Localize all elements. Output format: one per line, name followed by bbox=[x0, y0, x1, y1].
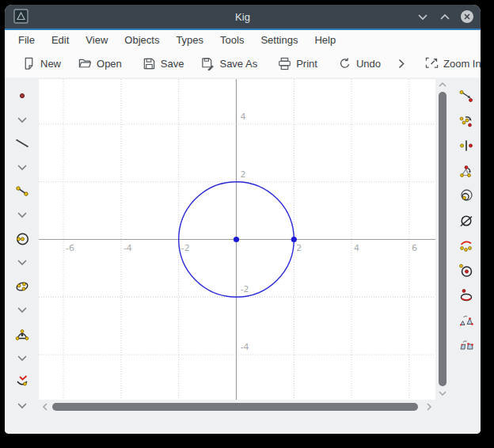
vertical-scrollbar[interactable] bbox=[436, 79, 449, 400]
inversion-icon bbox=[458, 214, 474, 228]
inversion-circle-tool[interactable] bbox=[458, 264, 474, 278]
left-tool-palette bbox=[5, 78, 39, 412]
rotate-icon bbox=[458, 114, 474, 128]
x-axis-tick-label: -2 bbox=[181, 243, 190, 253]
rotation-icon bbox=[458, 164, 474, 178]
vertical-scrollbar-thumb[interactable] bbox=[439, 92, 446, 386]
menu-view[interactable]: View bbox=[86, 34, 108, 46]
minimize-button[interactable] bbox=[416, 9, 430, 24]
point-tool[interactable] bbox=[14, 89, 30, 103]
scroll-down-button[interactable] bbox=[438, 389, 447, 398]
print-button[interactable]: Print bbox=[278, 57, 317, 70]
chevron-right-icon bbox=[398, 59, 405, 69]
kig-app-icon[interactable] bbox=[13, 9, 28, 24]
y-axis-tick-label: -2 bbox=[241, 284, 249, 294]
geometry-drawing[interactable]: -6-4-224642-2-4 bbox=[39, 79, 435, 400]
circle-by-point-icon bbox=[14, 232, 30, 246]
chevron-down-icon bbox=[17, 164, 28, 171]
window-controls bbox=[416, 5, 474, 28]
maximize-button[interactable] bbox=[438, 9, 452, 24]
open-button[interactable]: Open bbox=[78, 57, 122, 70]
print-icon bbox=[278, 57, 291, 70]
similarity-tool[interactable] bbox=[458, 313, 474, 328]
translate-tool[interactable] bbox=[458, 89, 474, 103]
new-button-label: New bbox=[40, 58, 61, 70]
point-reflection-tool[interactable] bbox=[458, 139, 474, 153]
chevron-down-icon bbox=[17, 259, 28, 266]
horizontal-scrollbar-thumb[interactable] bbox=[52, 403, 418, 411]
y-axis-tick-label: 2 bbox=[241, 169, 246, 180]
right-tool-palette bbox=[451, 78, 481, 412]
zoom-in-button-label: Zoom In bbox=[443, 58, 481, 70]
titlebar[interactable]: Kig bbox=[5, 5, 481, 28]
circular-inversion-icon bbox=[458, 288, 474, 302]
menu-types[interactable]: Types bbox=[176, 34, 203, 46]
circles-dropdown[interactable] bbox=[14, 256, 30, 269]
save-button[interactable]: Save bbox=[142, 57, 184, 70]
open-button-label: Open bbox=[97, 58, 122, 70]
menubar: File Edit View Objects Types Tools Setti… bbox=[5, 30, 481, 49]
geometry-point[interactable] bbox=[291, 237, 297, 242]
menu-settings[interactable]: Settings bbox=[260, 34, 298, 46]
point-reflection-icon bbox=[458, 139, 474, 153]
angle-icon bbox=[14, 327, 30, 341]
x-axis-tick-label: 6 bbox=[412, 243, 417, 253]
zoom-in-icon bbox=[425, 57, 439, 70]
scale-tool[interactable] bbox=[458, 188, 474, 203]
tests-dropdown[interactable] bbox=[14, 399, 30, 412]
save-as-button-label: Save As bbox=[219, 58, 257, 70]
menu-tools[interactable]: Tools bbox=[220, 34, 244, 46]
circle-tool[interactable] bbox=[14, 232, 30, 246]
similitude-tool[interactable] bbox=[458, 238, 474, 252]
test-tool[interactable] bbox=[14, 374, 30, 389]
segment-tool[interactable] bbox=[14, 184, 30, 198]
save-icon bbox=[142, 57, 156, 70]
menu-help[interactable]: Help bbox=[314, 34, 336, 46]
chevron-down-icon bbox=[438, 389, 447, 398]
geometry-point[interactable] bbox=[234, 237, 239, 242]
inversion-tool[interactable] bbox=[458, 214, 474, 228]
save-as-button[interactable]: Save As bbox=[201, 57, 257, 70]
x-axis-tick-label: -6 bbox=[66, 243, 74, 253]
horizontal-scrollbar[interactable] bbox=[39, 401, 437, 412]
undo-button[interactable]: Undo bbox=[338, 57, 381, 70]
lines-dropdown[interactable] bbox=[14, 161, 30, 174]
similitude-icon bbox=[458, 238, 474, 252]
x-axis-tick-label: 4 bbox=[354, 243, 359, 253]
x-axis-tick-label: -4 bbox=[124, 243, 132, 253]
y-axis-tick-label: -4 bbox=[241, 342, 249, 352]
menu-objects[interactable]: Objects bbox=[124, 34, 159, 46]
translate-icon bbox=[458, 89, 474, 103]
rotate-tool[interactable] bbox=[458, 114, 474, 128]
rotation-tool[interactable] bbox=[458, 164, 474, 178]
angle-tool[interactable] bbox=[14, 327, 30, 341]
points-dropdown[interactable] bbox=[14, 113, 30, 127]
status-bar bbox=[5, 412, 481, 434]
angles-dropdown[interactable] bbox=[14, 351, 30, 365]
zoom-in-button[interactable]: Zoom In bbox=[425, 57, 481, 70]
circular-inversion-tool[interactable] bbox=[458, 288, 474, 302]
scroll-right-button[interactable] bbox=[424, 402, 434, 412]
conics-dropdown[interactable] bbox=[14, 303, 30, 317]
chevron-down-icon bbox=[17, 355, 28, 362]
undo-dropdown-button[interactable] bbox=[398, 59, 405, 69]
y-axis-tick-label: 4 bbox=[241, 112, 246, 122]
scroll-up-button[interactable] bbox=[438, 80, 447, 89]
chevron-down-icon bbox=[417, 13, 428, 21]
menu-edit[interactable]: Edit bbox=[51, 34, 69, 46]
chevron-down-icon bbox=[17, 116, 28, 123]
menu-file[interactable]: File bbox=[18, 34, 35, 46]
conic-tool[interactable] bbox=[14, 279, 30, 294]
close-button[interactable] bbox=[460, 9, 474, 24]
segments-dropdown[interactable] bbox=[14, 208, 30, 222]
geometry-canvas[interactable]: -6-4-224642-2-4 bbox=[39, 79, 435, 400]
new-button[interactable]: New bbox=[22, 57, 61, 70]
projectivity-tool[interactable] bbox=[458, 338, 474, 352]
chevron-down-icon bbox=[17, 211, 28, 218]
scroll-left-button[interactable] bbox=[40, 402, 50, 412]
window-title: Kig bbox=[5, 11, 481, 23]
line-tool[interactable] bbox=[14, 136, 30, 150]
inversion-circle-icon bbox=[458, 264, 474, 278]
segment-icon bbox=[14, 184, 30, 198]
chevron-right-icon bbox=[424, 402, 434, 412]
